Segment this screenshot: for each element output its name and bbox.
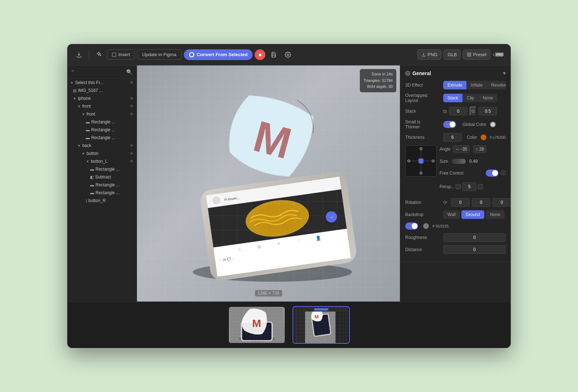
rect-icon: ▬ xyxy=(86,128,90,132)
svg-rect-46 xyxy=(314,308,328,310)
tree-item-iphone[interactable]: ▼ iphone 👁 xyxy=(67,94,137,102)
update-figma-button[interactable]: Update in Figma xyxy=(137,49,182,60)
tree-item-rect3[interactable]: ▬ Rectangle ... xyxy=(67,134,137,142)
path-icon: ◧ xyxy=(90,175,94,180)
stack-button[interactable]: Stack xyxy=(443,94,462,102)
tree-item-label: Rectangle ... xyxy=(95,182,119,187)
tree-item-rect6[interactable]: ▬ Rectangle ... xyxy=(67,189,137,197)
arrow-icon: ▼ xyxy=(82,112,85,116)
tree-item-subtract[interactable]: ◧ Subtract xyxy=(67,173,137,181)
section-collapse-icon[interactable]: ▾ xyxy=(503,70,506,77)
free-control-toggle[interactable] xyxy=(486,170,499,177)
tree-item-select-frame[interactable]: ▼ Select this Fr... 👁 xyxy=(67,79,137,87)
persp-checkbox-right[interactable] xyxy=(478,184,483,189)
download-icon-btn[interactable] xyxy=(73,49,85,60)
tree-item-img[interactable]: ▤ IMG_5167 ... xyxy=(67,87,137,94)
tree-item-front2[interactable]: ▼ front 👁 xyxy=(67,110,137,118)
image-icon: ▤ xyxy=(73,88,77,93)
svg-rect-37 xyxy=(294,307,348,343)
angle-h-display: ↔ -35 xyxy=(453,145,470,153)
svg-rect-42 xyxy=(311,313,332,337)
thumbnail-2[interactable]: M xyxy=(293,306,350,344)
svg-rect-11 xyxy=(206,177,341,208)
tree-item-rect5[interactable]: ▬ Rectangle ... xyxy=(67,181,137,189)
tree-item-button[interactable]: ▼ button 👁 xyxy=(67,150,137,157)
3d-angle-widget[interactable] xyxy=(405,145,437,177)
inflate-button[interactable]: Inflate xyxy=(466,81,487,89)
angle-v-value: 26 xyxy=(479,147,484,152)
roughness-input[interactable] xyxy=(443,233,506,242)
preset-button[interactable]: Preset xyxy=(463,49,490,60)
roughness-label: Roughness xyxy=(405,235,441,240)
none-button[interactable]: None xyxy=(479,94,498,102)
angle-v-display: ↕ 26 xyxy=(473,145,486,153)
insert-button[interactable]: Insert xyxy=(107,49,135,60)
backdrop-toggle[interactable] xyxy=(405,222,418,230)
main-content: ^ 🔍 ▼ Select this Fr... 👁 ▤ IMG_5167 ...… xyxy=(67,65,511,302)
render-info: Done in 14s Triangles: 31784 BVH depth: … xyxy=(360,69,396,92)
backdrop-color-row: # 919191 xyxy=(405,222,506,230)
arrow-icon: ▼ xyxy=(82,152,85,156)
global-color-swatch[interactable] xyxy=(490,122,496,127)
clip-button[interactable]: Clip xyxy=(462,94,479,102)
tree-item-button-r[interactable]: | button_R xyxy=(67,197,137,205)
stop-button[interactable]: ■ xyxy=(255,49,265,60)
thumb-bg-1: M xyxy=(229,307,285,343)
wall-button[interactable]: Wall xyxy=(443,210,460,219)
tree-item-label: IMG_5167 ... xyxy=(78,88,103,93)
scene-svg: Fi-Gruen... → xyxy=(137,65,400,302)
tree-item-rect1[interactable]: ▬ Rectangle ... xyxy=(67,118,137,126)
collapse-button[interactable]: ^ xyxy=(72,69,74,75)
color-swatch[interactable] xyxy=(481,134,486,140)
thumbnail-1[interactable]: M xyxy=(228,306,285,344)
size-slider-track[interactable] xyxy=(451,159,466,164)
magic-icon-btn[interactable] xyxy=(93,49,105,60)
triangles-label: Triangles: 31784 xyxy=(363,78,393,84)
stack-value-input[interactable] xyxy=(449,107,467,116)
svg-text:👤: 👤 xyxy=(315,235,322,241)
backdrop-color-swatch[interactable] xyxy=(423,223,429,229)
free-control-info[interactable]: ⓘ xyxy=(501,170,506,176)
section-title: General xyxy=(405,70,431,76)
widget-right-dot xyxy=(432,160,435,162)
angle-h-row: Angle ↔ -35 ↕ 26 xyxy=(440,145,506,153)
svg-rect-39 xyxy=(305,307,335,343)
extrude-button[interactable]: Extrude xyxy=(443,81,466,89)
tree-item-label: button_L xyxy=(91,159,108,164)
thumb-svg-2: M xyxy=(294,307,348,343)
tree-item-back[interactable]: ▼ back 👁 xyxy=(67,142,137,150)
persp-checkbox-left[interactable] xyxy=(456,184,461,189)
stack-value2-input[interactable] xyxy=(479,107,497,116)
rotation-x-input[interactable] xyxy=(451,198,470,207)
ground-button[interactable]: Ground xyxy=(461,210,484,219)
tree-item-front1[interactable]: ▼ front 👁 xyxy=(67,102,137,110)
small-is-thinner-toggle[interactable] xyxy=(443,121,456,128)
tree-item-rect4[interactable]: ▬ Rectangle ... xyxy=(67,165,137,173)
rotation-y-input[interactable] xyxy=(472,198,490,207)
thickness-input[interactable] xyxy=(443,133,462,142)
convert-button[interactable]: Convert From Selected xyxy=(184,49,253,60)
copy-button[interactable]: ⧉ xyxy=(470,107,476,116)
overlapped-layout-row: Overlapped Layout Stack Clip None xyxy=(405,93,506,103)
save-icon-btn[interactable] xyxy=(268,49,280,60)
distance-input[interactable] xyxy=(443,245,506,254)
revolve-button[interactable]: Revolve xyxy=(487,81,506,89)
perspective-input[interactable] xyxy=(462,182,476,191)
glb-button[interactable]: GLB xyxy=(444,49,461,60)
widget-center-handle[interactable] xyxy=(418,158,423,163)
settings-icon-btn[interactable] xyxy=(282,49,294,60)
top-bar-right: PNG GLB Preset ↺ ⋮ PRO xyxy=(417,49,505,60)
global-color-label: Global Color xyxy=(462,122,486,127)
png-button[interactable]: PNG xyxy=(417,49,441,60)
tree-item-button-l[interactable]: ▼ button_L 👁 xyxy=(67,157,137,165)
none-button[interactable]: None xyxy=(486,210,505,219)
overlapped-group: Stack Clip None xyxy=(443,94,497,102)
tree-item-rect2[interactable]: ▬ Rectangle ... xyxy=(67,126,137,134)
svg-rect-45 xyxy=(294,307,348,312)
tree-item-label: Rectangle ... xyxy=(91,127,115,132)
top-bar: Insert Update in Figma Convert From Sele… xyxy=(67,44,511,65)
rotation-z-input[interactable] xyxy=(493,198,511,207)
angle-label: Angle xyxy=(440,147,451,152)
visibility-icon: 👁 xyxy=(130,112,134,116)
search-button[interactable]: 🔍 xyxy=(126,69,132,75)
